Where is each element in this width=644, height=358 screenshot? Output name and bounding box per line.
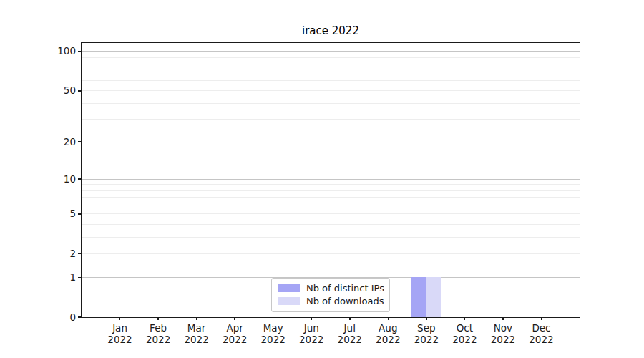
gridline-minor [82, 80, 580, 81]
bar-downloads [426, 277, 441, 317]
gridline-minor [82, 205, 580, 205]
gridline-major [82, 179, 580, 180]
x-tick-mark [273, 317, 274, 320]
y-tick-mark [78, 253, 81, 255]
chart-figure: irace 2022 Nb of distinct IPs Nb of down… [0, 0, 644, 358]
y-tick-label: 10 [37, 173, 76, 186]
x-tick-mark [502, 317, 504, 320]
chart-title: irace 2022 [82, 24, 580, 37]
x-tick-mark [196, 317, 197, 320]
x-tick-mark [234, 317, 235, 320]
gridline-minor [82, 64, 580, 64]
legend-label-distinct-ips: Nb of distinct IPs [306, 283, 384, 294]
y-tick-mark [78, 213, 81, 215]
gridline-minor [82, 237, 580, 238]
x-tick-mark [349, 317, 351, 320]
gridline-minor [82, 72, 580, 72]
x-tick-mark [157, 317, 159, 320]
x-tick-mark [119, 317, 121, 320]
y-tick-label: 0 [37, 311, 76, 324]
x-tick-mark [388, 317, 389, 320]
legend-swatch-distinct-ips [278, 284, 300, 292]
y-tick-label: 5 [37, 207, 76, 221]
y-tick-mark [78, 90, 81, 92]
bar-distinct-ips [411, 277, 426, 317]
x-tick-label: Dec2022 [516, 323, 566, 345]
y-tick-mark [78, 178, 81, 180]
gridline-minor [82, 213, 580, 214]
y-tick-label: 2 [37, 247, 76, 261]
gridline-minor [82, 190, 580, 191]
x-tick-mark [541, 317, 542, 320]
x-tick-mark [311, 317, 312, 320]
gridline-minor [82, 103, 580, 104]
gridline-minor [82, 142, 580, 142]
gridline-minor [82, 224, 580, 225]
y-tick-label: 100 [37, 44, 76, 58]
gridline-minor [82, 119, 580, 120]
y-tick-mark [78, 141, 81, 142]
y-tick-mark [78, 51, 81, 52]
legend-entry-downloads: Nb of downloads [278, 295, 384, 308]
plot-area: Nb of distinct IPs Nb of downloads 01251… [81, 42, 580, 318]
gridline-minor [82, 253, 580, 254]
x-tick-mark [464, 317, 466, 320]
gridline-minor [82, 90, 580, 91]
y-tick-label: 1 [37, 271, 76, 284]
gridline-major [82, 51, 580, 52]
x-tick-label-month: Dec [516, 323, 566, 334]
legend: Nb of distinct IPs Nb of downloads [271, 278, 390, 312]
gridline-minor [82, 184, 580, 185]
y-tick-label: 50 [37, 84, 76, 97]
legend-label-downloads: Nb of downloads [306, 296, 384, 306]
y-tick-mark [78, 277, 81, 279]
legend-entry-distinct-ips: Nb of distinct IPs [278, 282, 384, 295]
x-tick-mark [426, 317, 427, 320]
legend-swatch-downloads [278, 297, 300, 305]
x-tick-label-year: 2022 [516, 334, 566, 346]
y-tick-mark [78, 316, 81, 318]
y-tick-label: 20 [37, 135, 76, 149]
gridline-minor [82, 57, 580, 58]
gridline-minor [82, 197, 580, 198]
